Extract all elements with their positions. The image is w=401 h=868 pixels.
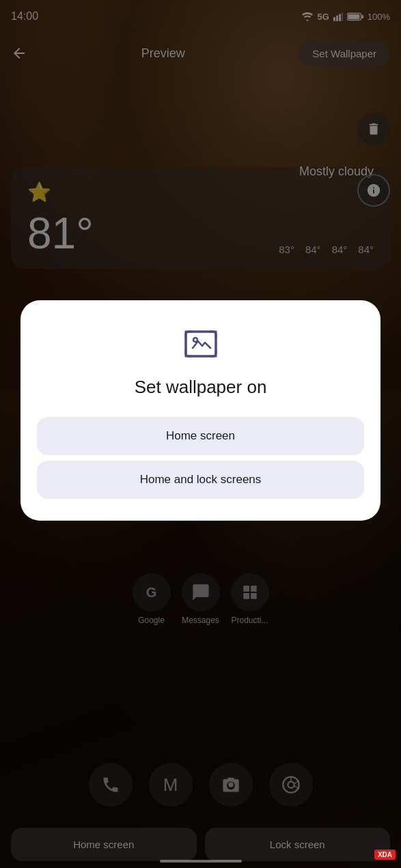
dialog-title: Set wallpaper on (135, 377, 267, 398)
home-and-lock-screens-button[interactable]: Home and lock screens (37, 461, 364, 499)
svg-point-9 (193, 338, 197, 342)
xda-badge: XDA (374, 850, 396, 860)
home-indicator (160, 860, 242, 863)
home-screen-button[interactable]: Home screen (37, 417, 364, 455)
set-wallpaper-dialog: Set wallpaper on Home screen Home and lo… (20, 300, 381, 521)
dialog-wallpaper-icon (182, 325, 220, 363)
